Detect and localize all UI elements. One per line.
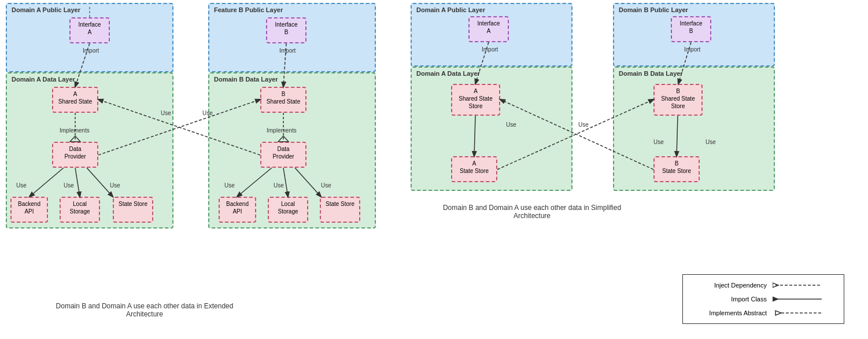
layer-data-b-left-label: Domain B Data Layer [214,76,278,83]
local-storage-a-left: LocalStorage [60,197,100,223]
layer-data-b-right-label: Domain B Data Layer [619,70,683,77]
svg-marker-27 [775,311,781,315]
interface-a-right: InterfaceA [468,16,509,42]
legend-implements-label: Implements Abstract [692,309,767,316]
use-2-left: Use [64,182,74,189]
legend-implements-line [773,308,825,318]
legend-inject-line [773,281,825,290]
use-1-left: Use [16,182,27,189]
state-store-b-left: State Store [320,197,360,223]
b-shared-state-store-right: BShared StateStore [653,84,703,116]
interface-a-left: InterfaceA [69,17,110,43]
use-5-left: Use [274,182,284,189]
use-2-right: Use [578,121,589,128]
use-3-right: Use [653,139,664,145]
interface-b-left: InterfaceB [266,17,306,43]
left-diagram: Domain A Public Layer Feature B Public L… [0,0,405,336]
import-label-a-right: Import [482,46,498,53]
use-6-left: Use [321,182,331,189]
legend-import-label: Import Class [692,296,767,303]
layer-public-b-right-label: Domain B Public Layer [619,6,688,13]
local-storage-b-left: LocalStorage [268,197,308,223]
implements-label-b-left: Implements [267,127,297,134]
interface-b-right: InterfaceB [671,16,711,42]
use-cross-2-left: Use [202,110,213,116]
svg-marker-25 [773,297,778,301]
state-store-a-left: State Store [113,197,153,223]
use-4-left: Use [224,182,235,189]
b-shared-state-left: BShared State [260,87,306,113]
use-3-left: Use [110,182,120,189]
layer-public-a-left-label: Domain A Public Layer [12,6,80,13]
import-label-b-left: Import [279,47,296,54]
right-diagram: Domain A Public Layer Domain B Public La… [405,0,856,336]
use-cross-1-left: Use [161,110,171,116]
layer-data-a-right-label: Domain A Data Layer [416,70,480,77]
left-caption: Domain B and Domain A use each other dat… [46,302,243,318]
legend-import: Import Class [692,294,835,304]
right-caption: Domain B and Domain A use each other dat… [434,204,630,220]
legend-implements: Implements Abstract [692,308,835,318]
legend-inject-label: Inject Dependency [692,282,767,289]
legend-import-line [773,294,825,304]
backend-api-b-left: BackendAPI [219,197,256,223]
use-4-right: Use [706,139,716,145]
legend-box: Inject Dependency Import Class Implement… [682,274,844,324]
import-label-a-left: Import [83,47,99,54]
backend-api-a-left: BackendAPI [10,197,48,223]
layer-public-feature-b-label: Feature B Public Layer [214,6,283,13]
a-shared-state-store-right: AShared StateStore [451,84,500,116]
import-label-b-right: Import [684,46,700,53]
data-provider-b-left: DataProvider [260,142,306,168]
layer-data-a-left-label: Domain A Data Layer [12,76,75,83]
a-shared-state-left: AShared State [52,87,98,113]
a-state-store-right: AState Store [451,156,497,182]
layer-public-a-right-label: Domain A Public Layer [416,6,485,13]
b-state-store-right: BState Store [653,156,700,182]
legend-inject: Inject Dependency [692,281,835,290]
data-provider-a-left: DataProvider [52,142,98,168]
implements-label-a-left: Implements [60,127,90,134]
main-container: Domain A Public Layer Feature B Public L… [0,0,868,339]
use-1-right: Use [506,121,516,128]
